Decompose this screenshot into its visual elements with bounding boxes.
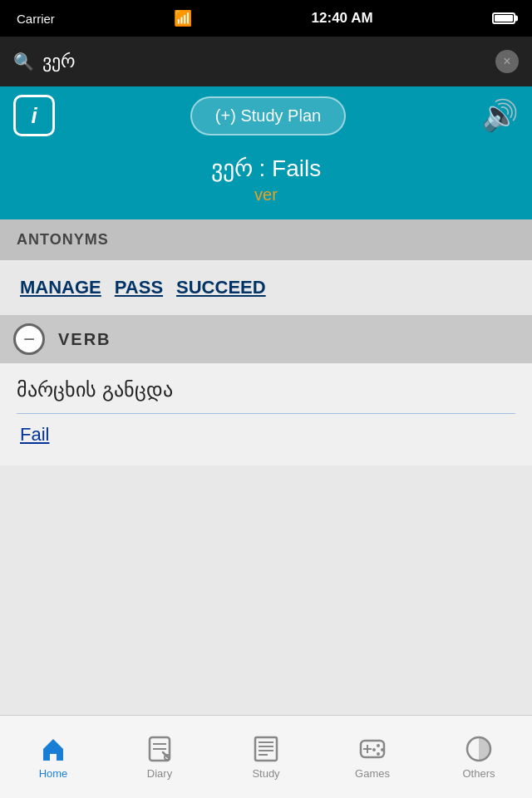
tab-study-label: Study [252,767,279,780]
definition-en[interactable]: Fail [17,424,515,457]
tab-home[interactable]: Home [0,716,106,798]
antonym-succeed[interactable]: SUCCEED [176,277,266,298]
others-icon [464,734,494,764]
tab-diary-label: Diary [147,767,172,780]
study-icon [251,734,281,764]
svg-point-12 [377,744,380,747]
search-clear-button[interactable]: × [495,50,519,73]
wifi-icon: 📶 [174,9,192,27]
tab-games-label: Games [355,767,390,780]
svg-rect-4 [255,737,277,761]
tab-diary[interactable]: Diary [106,716,213,798]
content-filler [0,466,532,715]
tab-home-label: Home [39,767,68,780]
sound-button[interactable]: 🔊 [481,98,519,133]
tab-games[interactable]: Games [319,716,426,798]
word-subtitle: ver [0,185,532,204]
carrier-text: Carrier [17,12,55,26]
collapse-button[interactable]: − [13,323,45,355]
status-bar: Carrier 📶 12:40 AM [0,0,532,37]
word-title: ვერ : Fails [0,155,532,182]
verb-label: VERB [58,330,111,349]
games-icon [357,734,387,764]
verb-header: − VERB [0,315,532,363]
main-content: i (+) Study Plan 🔊 ვერ : Fails ver ANTON… [0,86,532,715]
word-header: ვერ : Fails ver [0,145,532,219]
antonym-manage[interactable]: MANAGE [20,277,101,298]
search-icon: 🔍 [13,52,34,71]
svg-point-14 [377,752,380,756]
antonyms-section-header: ANTONYMS [0,219,532,260]
definition-geo: მარცხის განცდა [17,378,515,401]
definition-divider [17,413,515,414]
definition-area: მარცხის განცდა Fail [0,363,532,466]
diary-icon [145,734,175,764]
home-icon [38,734,68,764]
search-bar: 🔍 × [0,37,532,86]
svg-point-13 [381,748,384,751]
tab-study[interactable]: Study [213,716,319,798]
tab-bar: Home Diary Study [0,715,532,798]
antonym-pass[interactable]: PASS [115,277,163,298]
svg-point-15 [372,748,376,751]
toolbar: i (+) Study Plan 🔊 [0,86,532,145]
info-button[interactable]: i [13,95,55,136]
study-plan-button[interactable]: (+) Study Plan [190,96,346,135]
tab-others[interactable]: Others [426,716,532,798]
tab-others-label: Others [462,767,495,780]
battery-indicator [492,12,515,24]
status-time: 12:40 AM [312,10,373,27]
search-input[interactable] [42,51,487,72]
battery-icon [492,12,515,24]
antonyms-area: MANAGE PASS SUCCEED [0,260,532,315]
